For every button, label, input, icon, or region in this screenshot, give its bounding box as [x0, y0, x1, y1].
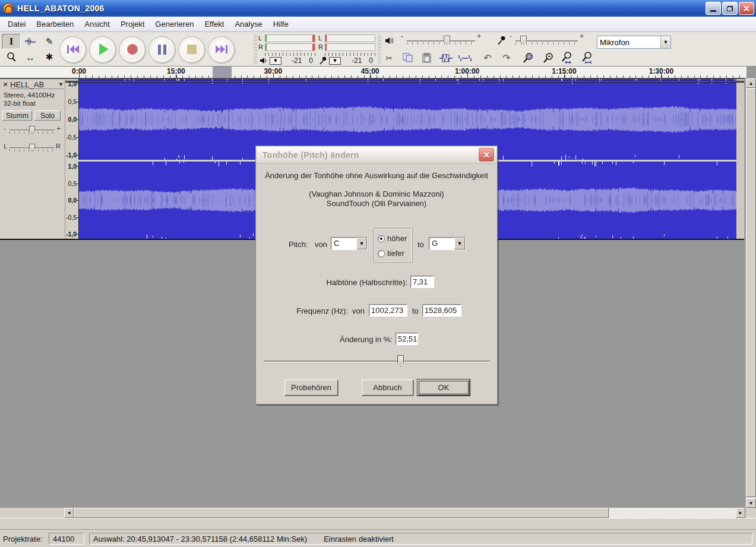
horizontal-scrollbar-thumb[interactable] — [74, 508, 609, 518]
ruler-major-tick — [176, 74, 176, 78]
solo-button[interactable]: Solo — [34, 110, 61, 121]
copy-button[interactable] — [399, 50, 417, 65]
menu-item-projekt[interactable]: Projekt — [115, 18, 150, 30]
input-gain-slider[interactable]: - + — [515, 34, 578, 48]
scroll-left-button[interactable]: ◄ — [64, 508, 74, 518]
window-title: HELL_ABATON_2006 — [17, 4, 105, 13]
menu-item-bearbeiten[interactable]: Bearbeiten — [31, 18, 79, 30]
zoom-tool-button[interactable] — [2, 49, 21, 65]
scroll-up-button[interactable]: ▲ — [746, 78, 756, 88]
toolbar-grip[interactable] — [254, 34, 257, 64]
output-scale--21: -21 — [292, 56, 302, 65]
percent-slider-thumb[interactable] — [397, 355, 404, 367]
radio-higher[interactable] — [378, 235, 385, 242]
envelope-tool-button[interactable] — [21, 34, 40, 49]
timeshift-tool-button[interactable]: ↔ — [21, 49, 40, 65]
cut-button[interactable]: ✂ — [380, 50, 398, 65]
fit-selection-button[interactable] — [558, 50, 576, 65]
cancel-button[interactable]: Abbruch — [362, 380, 413, 396]
gain-plus-label: + — [580, 32, 584, 40]
zoom-in-button[interactable] — [519, 50, 537, 65]
radio-lower-label: tiefer — [387, 249, 404, 258]
magnifier-icon — [6, 52, 17, 62]
paste-button[interactable] — [418, 50, 436, 65]
vertical-scrollbar-thumb[interactable] — [746, 88, 756, 497]
menu-item-effekt[interactable]: Effekt — [199, 18, 229, 30]
redo-button[interactable]: ↷ — [498, 50, 515, 65]
preview-button[interactable]: Probehören — [284, 380, 338, 396]
stop-button[interactable] — [178, 36, 205, 63]
input-meter[interactable]: L R ▼ -21 0 — [318, 34, 377, 65]
ruler-major-tick — [273, 74, 274, 78]
restore-button[interactable] — [722, 2, 738, 15]
play-icon — [99, 43, 109, 55]
skip-start-icon — [67, 45, 80, 54]
input-device-combo[interactable]: Mikrofon ▼ — [597, 36, 671, 49]
menu-item-ansicht[interactable]: Ansicht — [79, 18, 115, 30]
pitch-to-combo[interactable]: G ▼ — [429, 237, 466, 250]
output-meter-left-label: L — [258, 35, 264, 42]
skip-to-start-button[interactable] — [59, 36, 86, 63]
frequency-from-input[interactable]: 1002,273 — [369, 304, 407, 317]
track-close-button[interactable]: ✕ — [2, 81, 9, 88]
percent-slider[interactable] — [264, 355, 490, 368]
fit-project-button[interactable] — [578, 50, 596, 65]
track-title-menu[interactable]: HELL_AB ▼ — [10, 80, 64, 89]
vertical-scrollbar[interactable]: ▲ ▼ — [746, 78, 756, 508]
input-device-dropdown-button[interactable]: ▼ — [660, 36, 670, 48]
frequency-to-input[interactable]: 1528,605 — [422, 304, 461, 317]
dialog-title-bar[interactable]: Tonhöhe (Pitch) ändern — [257, 147, 496, 164]
input-gain-mic-icon — [498, 36, 505, 45]
selection-tool-button[interactable]: I — [2, 34, 21, 49]
track-pan-slider[interactable]: L R — [5, 142, 59, 154]
output-volume-slider[interactable]: - + — [407, 34, 475, 48]
skip-to-end-button[interactable] — [208, 36, 235, 63]
volume-plus-label: + — [477, 32, 481, 40]
ok-button[interactable]: OK — [417, 380, 470, 396]
vruler-value: -1,0 — [66, 151, 77, 159]
menu-item-datei[interactable]: Datei — [2, 18, 31, 30]
close-button[interactable]: ✕ — [739, 2, 754, 15]
track-control-panel: ✕ HELL_AB ▼ Stereo, 44100Hz 32-bit float… — [0, 79, 65, 239]
semitones-input[interactable]: 7,31 — [410, 276, 434, 288]
pause-icon — [158, 45, 166, 55]
input-meter-dropdown[interactable]: ▼ — [329, 57, 341, 65]
undo-button[interactable]: ↶ — [479, 50, 496, 65]
menu-item-generieren[interactable]: Generieren — [150, 18, 199, 30]
mute-button[interactable]: Stumm — [2, 110, 32, 121]
dialog-close-button[interactable]: ✕ — [479, 148, 494, 162]
menu-item-analyse[interactable]: Analyse — [229, 18, 267, 30]
chevron-down-icon[interactable]: ▼ — [356, 238, 367, 249]
silence-selection-button[interactable] — [456, 50, 474, 65]
record-button[interactable] — [119, 36, 145, 63]
title-bar[interactable]: HELL_ABATON_2006 ✕ — [0, 0, 756, 17]
pitch-from-combo[interactable]: C ▼ — [331, 237, 368, 250]
scissors-icon: ✂ — [385, 53, 393, 63]
percent-input[interactable]: 52,514 — [396, 333, 418, 345]
trim-outside-selection-button[interactable] — [437, 50, 455, 65]
scroll-right-button[interactable]: ► — [736, 508, 745, 518]
input-meter-left-label: L — [318, 35, 324, 42]
radio-lower[interactable] — [378, 250, 385, 257]
scroll-down-button[interactable]: ▼ — [746, 498, 756, 508]
play-button[interactable] — [89, 36, 116, 63]
gain-minus-label: - — [510, 32, 512, 40]
input-meter-left-bar — [325, 34, 375, 42]
track-gain-slider[interactable]: - + — [5, 124, 59, 136]
output-meter[interactable]: L R ▼ -21 0 — [258, 34, 317, 65]
chevron-down-icon[interactable]: ▼ — [454, 238, 465, 249]
output-meter-dropdown[interactable]: ▼ — [270, 57, 281, 65]
minimize-button[interactable] — [706, 2, 721, 15]
multi-tool-button[interactable]: ✱ — [40, 49, 59, 65]
pause-button[interactable] — [148, 36, 175, 63]
draw-tool-button[interactable]: ✎ — [40, 34, 59, 49]
channel-divider — [65, 81, 744, 83]
vruler-tick — [77, 166, 78, 167]
horizontal-scrollbar[interactable]: ◄ ► — [0, 508, 756, 518]
zoom-out-button[interactable] — [539, 50, 557, 65]
vruler-tick — [77, 84, 78, 84]
menu-item-hilfe[interactable]: Hilfe — [268, 18, 294, 30]
project-rate-value[interactable]: 44100 — [49, 533, 84, 545]
ruler-major-tick — [79, 74, 80, 78]
timeline-ruler[interactable]: 0:0015:0030:0045:001:00:001:15:001:30:00 — [0, 67, 746, 78]
